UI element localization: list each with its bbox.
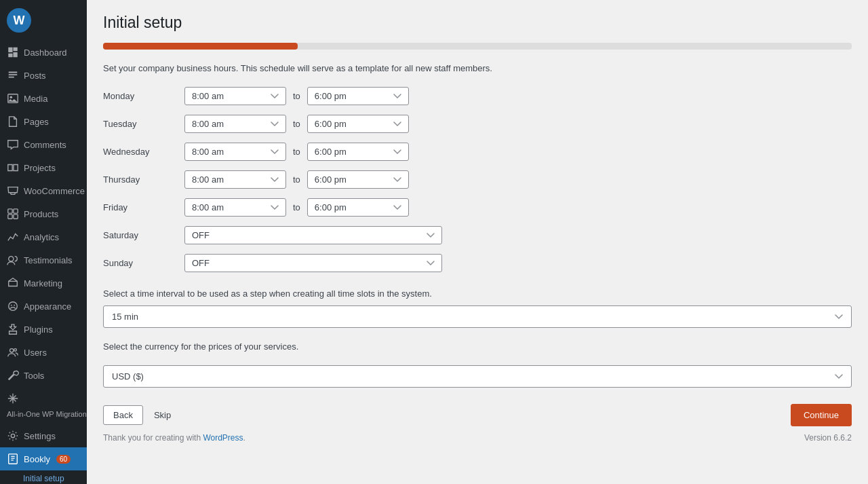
wednesday-start-select[interactable]: 8:00 am	[184, 143, 286, 161]
sidebar-item-tools[interactable]: Tools	[0, 364, 87, 387]
actions-row: Back Skip Continue	[103, 404, 852, 426]
tuesday-end-select[interactable]: 6:00 pm	[307, 115, 409, 133]
svg-point-12	[11, 434, 14, 438]
sidebar-label-comments: Comments	[24, 140, 66, 150]
sidebar-item-appearance[interactable]: Appearance	[0, 295, 87, 318]
svg-point-10	[10, 349, 14, 352]
sidebar-label-dashboard: Dashboard	[24, 48, 67, 58]
sidebar-item-products[interactable]: Products	[0, 202, 87, 225]
thursday-end-select[interactable]: 6:00 pm	[307, 170, 409, 189]
schedule-row-sunday: Sunday OFF 8:00 am9:00 am	[103, 254, 852, 272]
svg-rect-5	[14, 215, 18, 219]
day-label-thursday: Thursday	[103, 174, 184, 185]
sidebar-item-initial-setup[interactable]: Initial setup	[0, 470, 87, 484]
svg-point-7	[9, 302, 18, 311]
schedule-row-monday: Monday 8:00 am OFF7:00 am7:30 am8:30 am9…	[103, 87, 852, 105]
monday-end-select[interactable]: 6:00 pm 5:00 pm7:00 pm8:00 pm	[307, 87, 409, 105]
sidebar-item-settings[interactable]: Settings	[0, 424, 87, 447]
migration-icon	[7, 392, 19, 405]
day-label-wednesday: Wednesday	[103, 147, 184, 157]
sidebar-item-woocommerce[interactable]: WooCommerce	[0, 179, 87, 202]
saturday-select[interactable]: OFF 8:00 am9:00 am	[184, 226, 442, 244]
left-actions: Back Skip	[103, 405, 176, 425]
schedule-row-saturday: Saturday OFF 8:00 am9:00 am	[103, 226, 852, 244]
tools-icon	[7, 369, 19, 381]
continue-button[interactable]: Continue	[791, 404, 852, 426]
interval-select[interactable]: 5 min10 min15 min20 min 30 min45 min60 m…	[103, 305, 852, 328]
sidebar-label-initial-setup: Initial setup	[23, 474, 64, 483]
svg-point-6	[9, 257, 14, 261]
sunday-select[interactable]: OFF 8:00 am9:00 am	[184, 254, 442, 272]
footer-text: Thank you for creating with	[103, 433, 203, 443]
sidebar-item-media[interactable]: Media	[0, 87, 87, 110]
sidebar-label-users: Users	[24, 348, 47, 358]
to-text-monday: to	[293, 91, 300, 101]
currency-section: Select the currency for the prices of yo…	[103, 341, 852, 388]
sidebar-label-plugins: Plugins	[24, 324, 53, 335]
sidebar-item-testimonials[interactable]: Testimonials	[0, 248, 87, 272]
wednesday-end-select[interactable]: 6:00 pm	[307, 143, 409, 161]
friday-end-select[interactable]: 6:00 pm	[307, 198, 409, 217]
testimonials-icon	[7, 254, 19, 266]
sidebar-item-dashboard[interactable]: Dashboard	[0, 41, 87, 64]
pages-icon	[7, 115, 19, 128]
marketing-icon	[7, 277, 19, 289]
sidebar: W Dashboard Posts Media Pages Comments P…	[0, 0, 87, 484]
footer-wordpress-link[interactable]: WordPress	[203, 433, 243, 443]
svg-point-8	[11, 305, 12, 306]
svg-rect-13	[9, 454, 18, 464]
posts-icon	[7, 69, 19, 81]
day-label-saturday: Saturday	[103, 230, 184, 240]
sidebar-item-projects[interactable]: Projects	[0, 156, 87, 179]
back-button[interactable]: Back	[103, 405, 143, 425]
day-label-sunday: Sunday	[103, 258, 184, 268]
svg-rect-2	[8, 209, 12, 213]
friday-start-select[interactable]: 8:00 am	[184, 198, 286, 217]
bookly-badge: 60	[56, 455, 71, 464]
users-icon	[7, 346, 19, 358]
sidebar-item-plugins[interactable]: Plugins	[0, 318, 87, 341]
progress-bar-fill	[103, 43, 298, 50]
footer: Thank you for creating with WordPress. V…	[103, 426, 852, 445]
page-title: Initial setup	[103, 14, 852, 32]
thursday-start-select[interactable]: 8:00 am	[184, 170, 286, 189]
sidebar-item-bookly[interactable]: Bookly 60	[0, 447, 87, 470]
monday-start-select[interactable]: 8:00 am OFF7:00 am7:30 am8:30 am9:00 am	[184, 87, 286, 105]
sidebar-label-analytics: Analytics	[24, 232, 59, 242]
sidebar-item-migration[interactable]: All-in-One WP Migration	[0, 387, 87, 424]
sidebar-label-marketing: Marketing	[24, 278, 62, 288]
sidebar-logo: W	[0, 0, 87, 41]
products-icon	[7, 208, 19, 220]
sidebar-label-migration: All-in-One WP Migration	[7, 409, 87, 419]
schedule-row-wednesday: Wednesday 8:00 am to 6:00 pm	[103, 143, 852, 161]
sidebar-item-marketing[interactable]: Marketing	[0, 272, 87, 295]
settings-icon	[7, 430, 19, 442]
sidebar-label-appearance: Appearance	[24, 301, 71, 312]
sidebar-item-analytics[interactable]: Analytics	[0, 225, 87, 248]
sidebar-item-users[interactable]: Users	[0, 341, 87, 364]
schedule-row-thursday: Thursday 8:00 am to 6:00 pm	[103, 170, 852, 189]
to-text-wednesday: to	[293, 147, 300, 157]
sidebar-item-posts[interactable]: Posts	[0, 64, 87, 87]
sidebar-label-products: Products	[24, 209, 58, 219]
wp-logo: W	[7, 8, 31, 33]
to-text-tuesday: to	[293, 119, 300, 129]
projects-icon	[7, 162, 19, 174]
day-label-friday: Friday	[103, 202, 184, 212]
analytics-icon	[7, 231, 19, 243]
sidebar-label-tools: Tools	[24, 371, 44, 381]
currency-description: Select the currency for the prices of yo…	[103, 341, 852, 352]
sidebar-item-comments[interactable]: Comments	[0, 133, 87, 156]
version-text: Version 6.6.2	[804, 433, 852, 443]
currency-select[interactable]: USD ($) EUR (€)GBP (£)CAD ($)AUD ($)	[103, 365, 852, 388]
interval-description: Select a time interval to be used as a s…	[103, 288, 852, 299]
schedule-row-tuesday: Tuesday 8:00 am to 6:00 pm	[103, 115, 852, 133]
svg-point-1	[10, 96, 13, 98]
sidebar-label-settings: Settings	[24, 431, 56, 441]
sidebar-item-pages[interactable]: Pages	[0, 110, 87, 133]
skip-button[interactable]: Skip	[149, 406, 176, 424]
svg-point-11	[14, 349, 17, 352]
comments-icon	[7, 138, 19, 151]
tuesday-start-select[interactable]: 8:00 am	[184, 115, 286, 133]
sidebar-label-media: Media	[24, 94, 47, 104]
